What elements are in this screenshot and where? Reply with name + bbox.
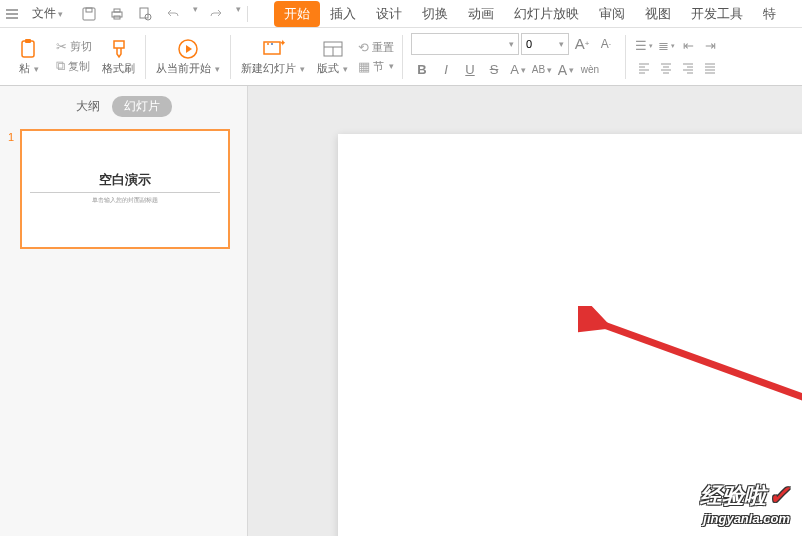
tab-review[interactable]: 审阅 — [589, 1, 635, 27]
undo-icon[interactable] — [163, 4, 183, 24]
check-icon: ✓ — [768, 480, 790, 511]
print-preview-icon[interactable] — [135, 4, 155, 24]
file-label: 文件 — [32, 5, 56, 22]
bullets-button[interactable]: ☰▾ — [634, 37, 654, 55]
decrease-font-icon[interactable]: A- — [595, 33, 617, 55]
section-icon: ▦ — [358, 59, 370, 74]
align-center-button[interactable] — [656, 59, 676, 77]
increase-indent-button[interactable]: ⇥ — [700, 37, 720, 55]
new-slide-icon: ✦ — [261, 37, 285, 61]
tab-developer[interactable]: 开发工具 — [681, 1, 753, 27]
font-color-button[interactable]: A▾ — [507, 59, 529, 81]
svg-point-12 — [267, 43, 269, 45]
svg-rect-8 — [25, 39, 31, 43]
slide-panel: 大纲 幻灯片 1 空白演示 单击输入您的封面副标题 — [0, 86, 248, 536]
slide-thumbnail-row[interactable]: 1 空白演示 单击输入您的封面副标题 — [0, 129, 247, 249]
svg-rect-9 — [114, 41, 124, 48]
tab-animation[interactable]: 动画 — [458, 1, 504, 27]
copy-button[interactable]: ⧉复制 — [52, 57, 96, 75]
align-left-button[interactable] — [634, 59, 654, 77]
paste-icon — [18, 37, 40, 61]
svg-rect-3 — [114, 9, 120, 12]
chevron-down-icon[interactable]: ▾ — [193, 4, 198, 24]
pinyin-button[interactable]: wèn — [579, 59, 601, 81]
slide-number: 1 — [8, 131, 14, 143]
layout-icon — [322, 37, 344, 61]
font-name-combo[interactable]: ▾ — [411, 33, 519, 55]
text-effect-button[interactable]: A▾ — [555, 59, 577, 81]
increase-font-icon[interactable]: A+ — [571, 33, 593, 55]
chevron-down-icon[interactable]: ▾ — [236, 4, 241, 24]
new-slide-button[interactable]: ✦ 新建幻灯片▾ — [235, 35, 311, 78]
svg-rect-7 — [22, 41, 34, 57]
save-icon[interactable] — [79, 4, 99, 24]
play-circle-icon — [176, 37, 200, 61]
thumb-title: 空白演示 — [30, 171, 220, 193]
tab-start[interactable]: 开始 — [274, 1, 320, 27]
copy-icon: ⧉ — [56, 58, 65, 74]
file-menu[interactable]: 文件 ▾ — [24, 3, 71, 24]
svg-text:✦: ✦ — [279, 38, 285, 48]
tab-insert[interactable]: 插入 — [320, 1, 366, 27]
layout-button[interactable]: 版式▾ — [311, 35, 354, 78]
tab-slideshow[interactable]: 幻灯片放映 — [504, 1, 589, 27]
strike-button[interactable]: S — [483, 59, 505, 81]
format-painter-button[interactable]: 格式刷 — [96, 35, 141, 78]
watermark: 经验啦✓ jingyanla.com — [700, 480, 790, 526]
reset-button[interactable]: ⟲重置 — [354, 39, 398, 56]
font-size-combo[interactable]: 0▾ — [521, 33, 569, 55]
svg-rect-5 — [140, 8, 148, 18]
paste-button[interactable]: 粘▾ — [12, 35, 46, 78]
svg-rect-0 — [83, 8, 95, 20]
decrease-indent-button[interactable]: ⇤ — [678, 37, 698, 55]
chevron-down-icon: ▾ — [58, 9, 63, 19]
current-slide[interactable]: 空 单击输 — [338, 134, 802, 536]
slides-tab[interactable]: 幻灯片 — [112, 96, 172, 117]
align-justify-button[interactable] — [700, 59, 720, 77]
numbering-button[interactable]: ≣▾ — [656, 37, 676, 55]
slide-thumbnail[interactable]: 空白演示 单击输入您的封面副标题 — [20, 129, 230, 249]
redo-icon[interactable] — [206, 4, 226, 24]
underline-button[interactable]: U — [459, 59, 481, 81]
svg-rect-1 — [86, 8, 92, 12]
paste-label: 粘 — [19, 61, 30, 76]
outline-tab[interactable]: 大纲 — [76, 98, 100, 115]
cut-button[interactable]: ✂剪切 — [52, 38, 96, 55]
brush-icon — [109, 37, 129, 61]
highlight-button[interactable]: AB▾ — [531, 59, 553, 81]
thumb-subtitle: 单击输入您的封面副标题 — [30, 196, 220, 205]
reset-icon: ⟲ — [358, 40, 369, 55]
tab-design[interactable]: 设计 — [366, 1, 412, 27]
align-right-button[interactable] — [678, 59, 698, 77]
italic-button[interactable]: I — [435, 59, 457, 81]
scissors-icon: ✂ — [56, 39, 67, 54]
tab-extra[interactable]: 特 — [753, 1, 786, 27]
bold-button[interactable]: B — [411, 59, 433, 81]
hamburger-icon[interactable] — [4, 6, 20, 22]
section-button[interactable]: ▦节▾ — [354, 58, 398, 75]
tab-view[interactable]: 视图 — [635, 1, 681, 27]
print-icon[interactable] — [107, 4, 127, 24]
tab-transition[interactable]: 切换 — [412, 1, 458, 27]
slide-canvas[interactable]: 空 单击输 — [248, 86, 802, 536]
svg-point-13 — [271, 43, 273, 45]
from-current-button[interactable]: 从当前开始▾ — [150, 35, 226, 78]
